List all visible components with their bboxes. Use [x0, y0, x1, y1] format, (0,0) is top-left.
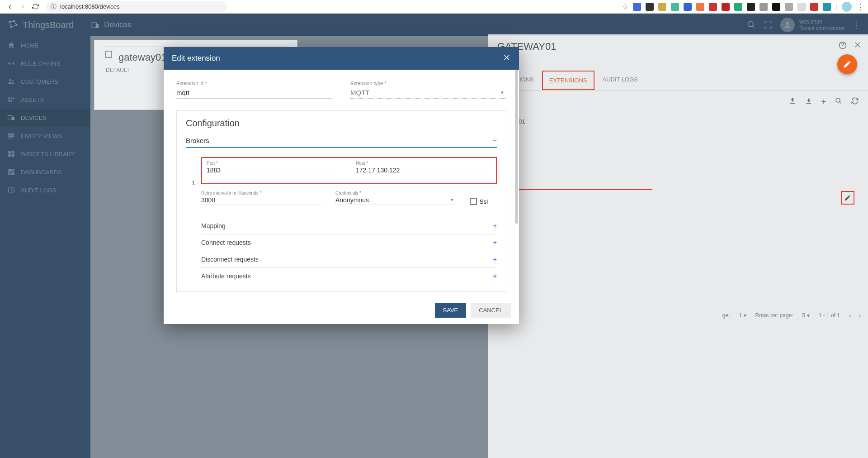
rows-select[interactable]: 5 ▾	[802, 312, 810, 319]
host-field[interactable]: Host * 172.17.130.122	[356, 161, 491, 175]
extension-type-select[interactable]: MQTT	[350, 87, 506, 99]
ext-icon[interactable]	[797, 3, 806, 11]
credentials-select[interactable]: Anonymous	[335, 196, 456, 205]
pagination: ge: 1 ▾ Rows per page: 5 ▾ 1 - 1 of 1 ‹ …	[722, 312, 861, 319]
tab-extensions[interactable]: EXTENSIONS	[542, 71, 594, 90]
ext-icon[interactable]	[760, 3, 768, 11]
url-text: localhost:8080/devices	[60, 3, 120, 10]
search-icon[interactable]	[835, 97, 843, 105]
extension-icons: ☆ | ⋮	[622, 2, 864, 12]
profile-icon[interactable]	[842, 2, 852, 12]
panel-title: GATEWAY01	[497, 41, 859, 52]
ext-icon[interactable]	[772, 3, 780, 11]
extension-id-field[interactable]: Extension id *	[176, 81, 332, 99]
tab-audit-logs[interactable]: AUDIT LOGS	[596, 71, 645, 90]
ext-icon[interactable]	[696, 3, 704, 11]
highlight-box: Port * 1883 Host * 172.17.130.122	[201, 157, 497, 184]
broker-index: 1.	[186, 180, 197, 284]
modal-title: Edit extension	[172, 54, 220, 63]
close-icon[interactable]	[854, 41, 862, 49]
ext-icon[interactable]	[785, 3, 793, 11]
add-icon[interactable]: +	[493, 272, 497, 280]
brokers-section[interactable]: Brokers −	[186, 137, 497, 148]
add-icon[interactable]: +	[493, 256, 497, 263]
ext-icon[interactable]	[810, 3, 818, 11]
modal-header: Edit extension	[164, 47, 519, 70]
config-title: Configuration	[186, 118, 497, 129]
ext-icon[interactable]	[823, 3, 831, 11]
help-icon[interactable]	[838, 41, 847, 50]
browser-toolbar: ⓘ localhost:8080/devices ☆ | ⋮	[0, 0, 868, 14]
add-icon[interactable]: +	[821, 97, 826, 107]
field-label: Extension type *	[350, 81, 506, 86]
upload-icon[interactable]	[788, 97, 797, 105]
extension-id-input[interactable]	[176, 87, 332, 99]
refresh-icon[interactable]	[851, 97, 859, 105]
panel-toolbar: +	[488, 91, 868, 114]
download-icon[interactable]	[805, 97, 813, 105]
ssl-checkbox[interactable]: Ssl	[470, 198, 497, 205]
ext-icon[interactable]	[722, 3, 730, 11]
connect-requests-section[interactable]: Connect requests +	[201, 234, 497, 251]
ext-icon[interactable]	[684, 3, 692, 11]
field-label: Extension id *	[176, 81, 332, 86]
port-input[interactable]: 1883	[207, 166, 342, 175]
mapping-section[interactable]: Mapping +	[201, 218, 497, 234]
chevron-down-icon: ▼	[500, 90, 505, 95]
checkbox[interactable]	[105, 51, 112, 58]
attribute-requests-section[interactable]: Attribute requests +	[201, 268, 497, 284]
page-range: 1 - 1 of 1	[819, 312, 840, 319]
disconnect-requests-section[interactable]: Disconnect requests +	[201, 251, 497, 268]
ext-icon[interactable]	[709, 3, 717, 11]
host-input[interactable]: 172.17.130.122	[356, 166, 491, 175]
port-field[interactable]: Port * 1883	[207, 161, 342, 175]
back-button[interactable]	[4, 0, 16, 13]
chevron-down-icon: ▼	[450, 197, 454, 202]
broker-item: 1. Port * 1883 Host * 172.17.130.122	[186, 157, 497, 284]
retry-field[interactable]: Retry interval in milliseconds * 3000	[201, 191, 322, 205]
star-icon[interactable]: ☆	[622, 2, 628, 11]
detail-panel: GATEWAY01 RELATIONS EXTENSIONS AUDIT LOG…	[488, 34, 868, 458]
cancel-button[interactable]: CANCEL	[471, 303, 511, 318]
info-icon: ⓘ	[51, 3, 57, 11]
ext-icon[interactable]	[671, 3, 679, 11]
add-icon[interactable]: +	[493, 222, 497, 229]
page-select[interactable]: 1 ▾	[739, 312, 746, 319]
checkbox[interactable]	[470, 198, 477, 205]
table-row[interactable]: 7 15:14:01	[488, 114, 868, 129]
ext-icon[interactable]	[747, 3, 755, 11]
edit-extension-dialog: Edit extension Extension id * Extension …	[164, 47, 519, 324]
collapse-icon[interactable]: −	[493, 137, 497, 144]
prev-page[interactable]: ‹	[849, 312, 851, 319]
modal-footer: SAVE CANCEL	[164, 296, 519, 324]
fab-edit[interactable]	[837, 54, 857, 74]
tabs: RELATIONS EXTENSIONS AUDIT LOGS	[488, 71, 868, 91]
forward-button[interactable]	[16, 0, 29, 13]
credentials-field[interactable]: Credentials * Anonymous ▼	[335, 191, 456, 205]
ext-icon[interactable]	[646, 3, 654, 11]
svg-rect-31	[807, 103, 811, 104]
svg-rect-30	[790, 103, 795, 104]
ext-icon[interactable]	[633, 3, 641, 11]
scrollbar[interactable]	[514, 70, 518, 296]
menu-icon[interactable]: ⋮	[856, 2, 864, 12]
close-icon[interactable]	[503, 53, 511, 64]
edit-row-button[interactable]	[841, 191, 854, 205]
modal-body: Extension id * Extension type * MQTT ▼ C…	[164, 70, 519, 296]
add-icon[interactable]: +	[493, 239, 497, 246]
ext-icon[interactable]	[658, 3, 666, 11]
extension-type-field[interactable]: Extension type * MQTT ▼	[350, 81, 506, 99]
url-bar[interactable]: ⓘ localhost:8080/devices	[46, 1, 227, 12]
reload-button[interactable]	[29, 0, 42, 13]
retry-input[interactable]: 3000	[201, 196, 322, 205]
ext-icon[interactable]	[734, 3, 742, 11]
configuration-card: Configuration Brokers − 1. Port * 1883	[176, 110, 506, 292]
next-page[interactable]: ›	[859, 312, 861, 319]
save-button[interactable]: SAVE	[435, 303, 467, 318]
